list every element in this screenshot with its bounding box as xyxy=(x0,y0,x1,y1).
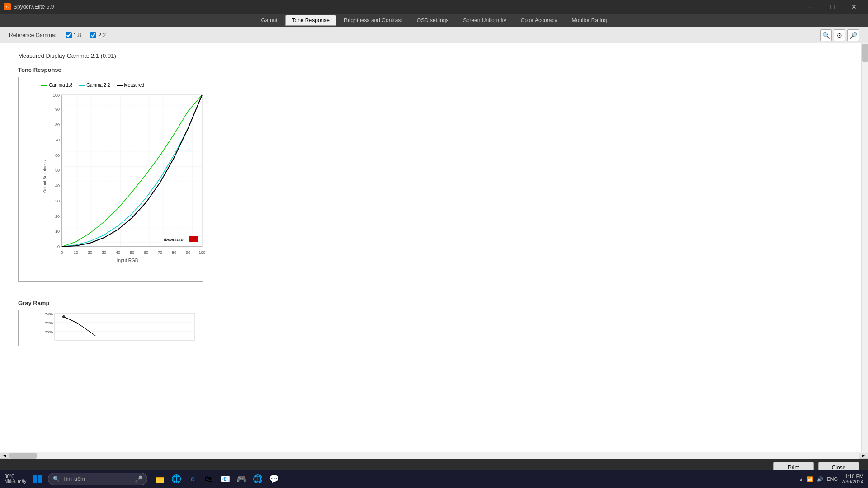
file-explorer-icon xyxy=(156,474,165,483)
taskbar: 30°C Nhiều mây 🔍 Tìm kiếm 🎤 🌐 xyxy=(0,470,868,488)
gray-ramp-title: Gray Ramp xyxy=(18,300,850,306)
taskbar-app-skype[interactable]: 💬 xyxy=(267,472,281,486)
tone-response-chart: Gamma 1.8 Gamma 2.2 Measured Outp xyxy=(18,77,203,282)
tab-monitor-rating[interactable]: Monitor Rating xyxy=(565,15,613,26)
zoom-reset-button[interactable]: ⊙ xyxy=(834,29,845,41)
y-axis-label: Output Brightness xyxy=(42,160,47,193)
svg-text:40: 40 xyxy=(116,250,120,255)
network-icon: 📶 xyxy=(807,476,813,482)
legend-label-gamma18: Gamma 1.8 xyxy=(49,83,72,88)
legend-gamma18: Gamma 1.8 xyxy=(41,83,72,88)
gamma18-checkbox-item[interactable]: 1.8 xyxy=(66,32,81,38)
svg-point-35 xyxy=(62,315,65,318)
titlebar: S SpyderXElite 5.9 ─ □ ✕ xyxy=(0,0,868,14)
gray-ramp-chart: 7400 7200 7000 xyxy=(18,310,203,346)
date-display: 7/30/2024 xyxy=(841,479,863,484)
close-window-button[interactable]: ✕ xyxy=(844,0,864,14)
taskbar-app-steam[interactable]: 🎮 xyxy=(234,472,249,486)
hscroll-thumb[interactable] xyxy=(9,453,37,459)
svg-text:40: 40 xyxy=(55,183,60,188)
gamma18-label: 1.8 xyxy=(74,32,81,38)
taskbar-app-store[interactable]: 🛍 xyxy=(202,472,216,486)
tone-response-svg: 0 10 20 30 40 50 60 70 80 90 100 xyxy=(48,90,207,258)
svg-text:100: 100 xyxy=(198,250,205,255)
titlebar-left: S SpyderXElite 5.9 xyxy=(4,3,54,10)
minimize-button[interactable]: ─ xyxy=(800,0,821,14)
search-icon: 🔍 xyxy=(53,476,60,482)
taskbar-weather: 30°C Nhiều mây xyxy=(5,474,26,484)
tab-color-accuracy[interactable]: Color Accuracy xyxy=(514,15,564,26)
mic-icon: 🎤 xyxy=(135,475,142,483)
tab-gamut[interactable]: Gamut xyxy=(255,15,284,26)
svg-text:0: 0 xyxy=(57,244,60,249)
taskbar-search[interactable]: 🔍 Tìm kiếm 🎤 xyxy=(48,473,147,485)
taskbar-app-browser1[interactable]: 🌐 xyxy=(169,472,184,486)
taskbar-app-mail[interactable]: 📧 xyxy=(218,472,232,486)
chart-inner: Gamma 1.8 Gamma 2.2 Measured Outp xyxy=(19,77,203,281)
gamma22-checkbox-item[interactable]: 2.2 xyxy=(90,32,106,38)
legend-gamma22: Gamma 2.2 xyxy=(79,83,110,88)
main-content: Measured Display Gamma: 2.1 (0.01) Tone … xyxy=(0,43,868,452)
search-label: Tìm kiếm xyxy=(62,476,85,482)
tab-screen-uniformity[interactable]: Screen Uniformity xyxy=(456,15,513,26)
hscroll-right-btn[interactable]: ▶ xyxy=(859,453,868,459)
svg-text:0: 0 xyxy=(61,250,63,255)
legend-label-measured: Measured xyxy=(124,83,144,88)
svg-rect-38 xyxy=(33,479,37,483)
weather-temp: 30°C xyxy=(5,474,26,479)
svg-text:7400: 7400 xyxy=(45,313,53,316)
y-axis-label-wrap: Output Brightness xyxy=(41,90,48,263)
restore-button[interactable]: □ xyxy=(822,0,843,14)
tab-osd-settings[interactable]: OSD settings xyxy=(410,15,456,26)
tab-tone-response[interactable]: Tone Response xyxy=(285,15,336,26)
skype-icon: 💬 xyxy=(269,474,279,484)
svg-text:20: 20 xyxy=(55,214,60,219)
windows-icon xyxy=(33,475,42,483)
svg-text:80: 80 xyxy=(55,122,60,127)
edge-icon: e xyxy=(191,475,195,483)
time-display: 1:10 PM xyxy=(845,474,863,479)
svg-text:7000: 7000 xyxy=(45,330,53,334)
svg-text:100: 100 xyxy=(53,93,60,98)
vertical-scrollbar[interactable] xyxy=(861,43,868,452)
zoom-in-icon: 🔍 xyxy=(822,32,830,39)
taskbar-app-file-explorer[interactable] xyxy=(153,472,167,486)
chart-svg-area: Output Brightness xyxy=(41,90,198,263)
svg-rect-36 xyxy=(33,475,37,479)
horizontal-scrollbar[interactable]: ◀ ▶ xyxy=(0,452,868,459)
taskbar-time: 1:10 PM 7/30/2024 xyxy=(841,474,863,484)
start-button[interactable] xyxy=(31,472,44,486)
taskbar-app-edge[interactable]: e xyxy=(185,472,200,486)
legend-swatch-measured xyxy=(117,85,123,86)
scrollbar-thumb[interactable] xyxy=(862,44,868,62)
chart-plot-area: 0 10 20 30 40 50 60 70 80 90 100 xyxy=(48,90,207,263)
weather-desc: Nhiều mây xyxy=(5,479,26,484)
reference-gamma-label: Reference Gamma: xyxy=(9,32,57,38)
svg-text:30: 30 xyxy=(102,250,106,255)
lang-indicator: ENG xyxy=(827,476,838,482)
legend-measured: Measured xyxy=(117,83,144,88)
zoom-in-button[interactable]: 🔍 xyxy=(820,29,832,41)
svg-text:10: 10 xyxy=(74,250,78,255)
tab-brightness-contrast[interactable]: Brightness and Contrast xyxy=(337,15,409,26)
svg-text:30: 30 xyxy=(55,199,60,203)
titlebar-controls: ─ □ ✕ xyxy=(800,0,864,14)
legend-swatch-gamma22 xyxy=(79,85,85,86)
zoom-out-icon: 🔎 xyxy=(849,32,857,39)
taskbar-right: ▲ 📶 🔊 ENG 1:10 PM 7/30/2024 xyxy=(799,474,863,484)
hscroll-left-btn[interactable]: ◀ xyxy=(0,453,9,459)
gamma22-checkbox[interactable] xyxy=(90,32,96,38)
app-title: SpyderXElite 5.9 xyxy=(14,4,54,10)
svg-text:20: 20 xyxy=(88,250,92,255)
svg-text:80: 80 xyxy=(172,250,176,255)
svg-rect-39 xyxy=(38,479,42,483)
store-icon: 🛍 xyxy=(205,474,213,484)
x-axis-label: Input RGB xyxy=(48,258,207,263)
zoom-out-button[interactable]: 🔎 xyxy=(847,29,859,41)
svg-text:50: 50 xyxy=(130,250,134,255)
gray-ramp-svg: 7400 7200 7000 xyxy=(41,313,199,344)
taskbar-app-chrome[interactable]: 🌐 xyxy=(250,472,265,486)
taskbar-icons-area: ▲ xyxy=(799,477,803,482)
svg-text:90: 90 xyxy=(55,107,60,112)
gamma18-checkbox[interactable] xyxy=(66,32,72,38)
